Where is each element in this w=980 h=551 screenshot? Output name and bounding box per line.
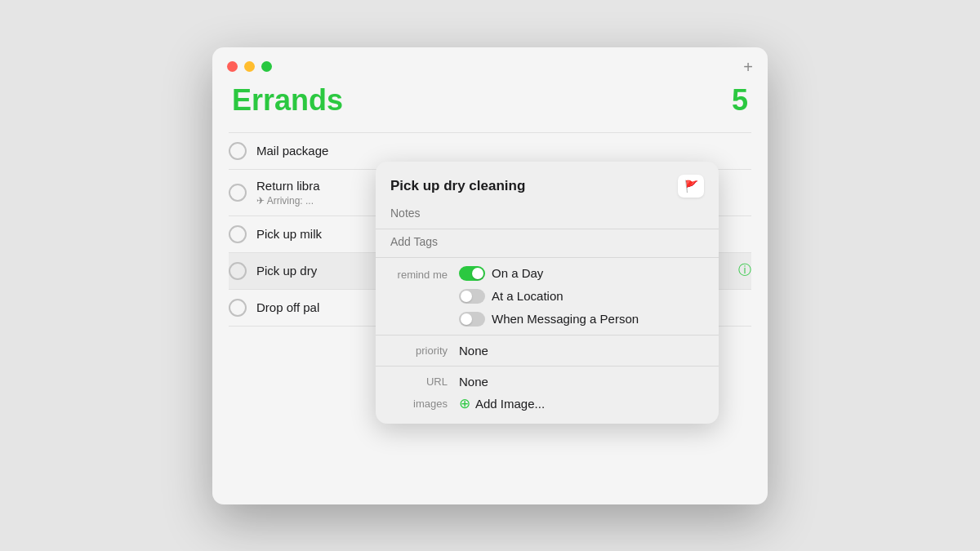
- remind-option-day-label: On a Day: [492, 266, 543, 280]
- priority-label: priority: [390, 344, 448, 357]
- remind-option-location[interactable]: At a Location: [459, 289, 639, 304]
- app-window: + Errands 5 Mail package Return libra ✈ …: [212, 47, 768, 504]
- flag-button[interactable]: 🚩: [678, 175, 704, 198]
- list-count: 5: [732, 83, 748, 118]
- task-sub-2: ✈ Arriving: ...: [256, 195, 320, 207]
- toggle-location[interactable]: [459, 289, 485, 304]
- list-title: Errands: [232, 83, 343, 118]
- remind-options: On a Day At a Location When Messaging a …: [459, 266, 639, 327]
- remind-row: remind me On a Day At a Location When Me…: [390, 266, 704, 327]
- remind-section: remind me On a Day At a Location When Me…: [376, 258, 719, 335]
- url-section: URL None: [376, 367, 719, 392]
- images-section: images ⊕ Add Image...: [376, 392, 719, 424]
- task-checkbox-1[interactable]: [229, 142, 247, 160]
- task-checkbox-2[interactable]: [229, 184, 247, 202]
- notes-section: [376, 201, 719, 229]
- task-checkbox-4[interactable]: [229, 262, 247, 280]
- info-icon[interactable]: ⓘ: [738, 262, 751, 279]
- images-label: images: [390, 398, 448, 410]
- task-text-1: Mail package: [256, 144, 328, 158]
- notes-input[interactable]: [390, 207, 704, 220]
- priority-value[interactable]: None: [459, 344, 488, 358]
- task-checkbox-5[interactable]: [229, 299, 247, 317]
- add-image-label: Add Image...: [475, 397, 545, 411]
- add-image-button[interactable]: ⊕ Add Image...: [459, 395, 545, 412]
- add-image-icon: ⊕: [459, 395, 470, 412]
- task-detail-popover: Pick up dry cleaning 🚩 remind me On a Da…: [376, 162, 719, 424]
- priority-section: priority None: [376, 335, 719, 367]
- popover-header: Pick up dry cleaning 🚩: [376, 162, 719, 201]
- task-text-4: Pick up dry: [256, 264, 317, 278]
- maximize-button[interactable]: [261, 61, 272, 72]
- remind-option-day[interactable]: On a Day: [459, 266, 639, 281]
- remind-option-messaging[interactable]: When Messaging a Person: [459, 312, 639, 327]
- remind-option-location-label: At a Location: [492, 289, 564, 303]
- url-value[interactable]: None: [459, 375, 488, 389]
- task-text-5: Drop off pal: [256, 300, 319, 314]
- tags-input[interactable]: [390, 235, 704, 248]
- task-text-3: Pick up milk: [256, 227, 322, 241]
- traffic-lights: [227, 61, 272, 72]
- title-bar: +: [212, 47, 768, 83]
- toggle-day[interactable]: [459, 266, 485, 281]
- toggle-messaging[interactable]: [459, 312, 485, 327]
- task-checkbox-3[interactable]: [229, 225, 247, 243]
- popover-title: Pick up dry cleaning: [390, 178, 525, 194]
- tags-section: [376, 229, 719, 258]
- task-text-2: Return libra: [256, 179, 320, 193]
- list-header: Errands 5: [229, 83, 751, 118]
- remind-option-messaging-label: When Messaging a Person: [492, 312, 639, 326]
- remind-label: remind me: [390, 266, 448, 281]
- minimize-button[interactable]: [244, 61, 255, 72]
- url-label: URL: [390, 375, 448, 388]
- add-task-button[interactable]: +: [743, 59, 753, 75]
- close-button[interactable]: [227, 61, 238, 72]
